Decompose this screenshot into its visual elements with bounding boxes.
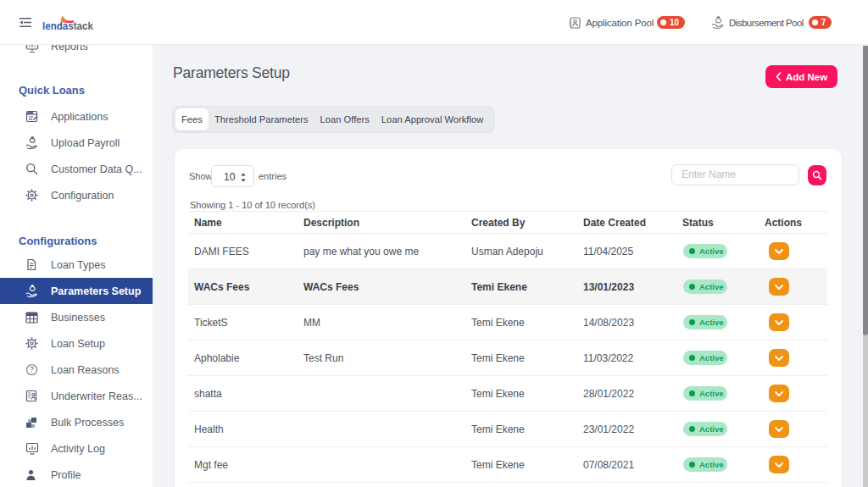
svg-text:lendastack: lendastack bbox=[42, 19, 93, 32]
